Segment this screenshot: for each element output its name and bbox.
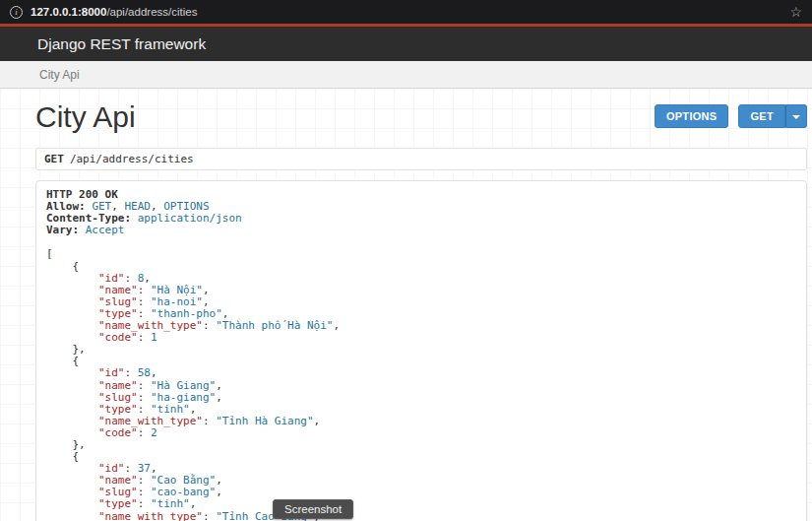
response-body: HTTP 200 OK Allow: GET, HEAD, OPTIONS Co… [46, 189, 796, 521]
brand-link[interactable]: Django REST framework [37, 35, 206, 53]
get-button[interactable]: GET [738, 104, 785, 128]
chevron-down-icon [792, 115, 800, 119]
get-button-group: GET [738, 104, 807, 128]
options-button[interactable]: OPTIONS [655, 104, 729, 128]
page-header: City Api OPTIONS GET [35, 89, 807, 134]
get-dropdown-button[interactable] [785, 104, 807, 128]
bookmark-star-icon[interactable]: ☆ [789, 5, 802, 19]
page-title: City Api [35, 100, 136, 134]
address-bar[interactable]: 127.0.0.1:8000/api/address/cities [31, 6, 781, 18]
screenshot-button[interactable]: Screenshot [273, 499, 353, 519]
request-line: GET/api/address/cities [35, 148, 807, 170]
response-panel: HTTP 200 OK Allow: GET, HEAD, OPTIONS Co… [35, 180, 807, 521]
browser-url-bar: i 127.0.0.1:8000/api/address/cities ☆ [0, 0, 812, 24]
drf-navbar: Django REST framework [0, 27, 812, 61]
page-info-icon[interactable]: i [10, 6, 23, 19]
url-host: 127.0.0.1:8000 [31, 6, 106, 18]
action-buttons: OPTIONS GET [655, 104, 807, 128]
request-path: /api/address/cities [70, 153, 194, 165]
breadcrumb-city-api[interactable]: City Api [39, 68, 80, 82]
url-path: /api/address/cities [106, 6, 197, 18]
request-method: GET [44, 153, 64, 165]
breadcrumb: City Api [0, 61, 812, 89]
main-content: City Api OPTIONS GET GET/api/address/cit… [0, 89, 812, 521]
